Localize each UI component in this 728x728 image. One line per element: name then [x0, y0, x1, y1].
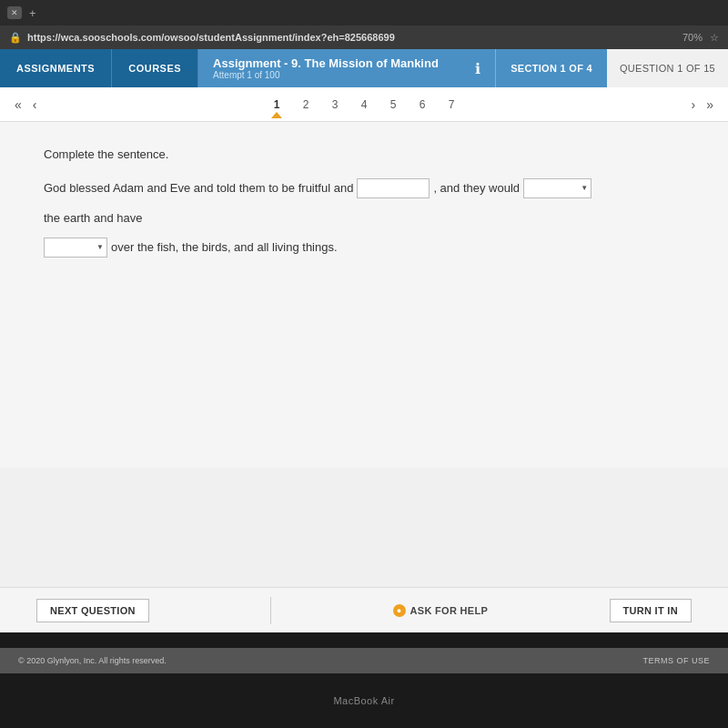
pagination-left-controls: « ‹: [11, 96, 40, 114]
text-part1: God blessed Adam and Eve and told them t…: [44, 176, 353, 202]
bookmark-icon[interactable]: ☆: [710, 32, 719, 44]
page-3[interactable]: 3: [320, 91, 349, 118]
content-body: Complete the sentence. God blessed Adam …: [0, 122, 728, 468]
prev-page-button[interactable]: ‹: [29, 96, 41, 114]
pagination-bar: « ‹ 1 2 3 4 5 6 7 › »: [0, 87, 728, 122]
last-page-button[interactable]: »: [703, 96, 717, 114]
zoom-level: 70%: [682, 32, 703, 43]
assignment-title: Assignment - 9. The Mission of Mankind: [213, 56, 446, 70]
info-icon: ℹ: [475, 60, 480, 77]
active-page-indicator: [271, 112, 282, 118]
terms-of-use-link[interactable]: TERMS OF USE: [642, 656, 710, 665]
nav-courses-link[interactable]: COURSES: [112, 49, 198, 87]
text-part4: over the fish, the birds, and all living…: [111, 235, 338, 261]
macbook-label: MacBook Air: [333, 695, 394, 706]
dropdown-arrow-2: ▼: [96, 240, 104, 257]
ask-label: ASK FOR HELP: [410, 605, 489, 616]
dropdown-arrow-1: ▼: [581, 181, 588, 197]
close-tab-icon[interactable]: ✕: [7, 6, 22, 19]
top-nav: ASSIGNMENTS COURSES Assignment - 9. The …: [0, 49, 728, 87]
page-5[interactable]: 5: [379, 91, 408, 118]
copyright-text: © 2020 Glynlyon, Inc. All rights reserve…: [18, 656, 167, 665]
address-bar: 🔒 https://wca.sooschools.com/owsoo/stude…: [0, 25, 728, 49]
text-part3: the earth and have: [44, 206, 142, 232]
sentence-line-2: ▼ over the fish, the birds, and all livi…: [44, 235, 684, 261]
next-page-button[interactable]: ›: [688, 96, 700, 114]
nav-assignments-link[interactable]: ASSIGNMENTS: [0, 49, 112, 87]
ask-for-help-button[interactable]: ● ASK FOR HELP: [393, 604, 489, 617]
page-1[interactable]: 1: [262, 91, 291, 118]
lock-icon: 🔒: [9, 32, 22, 44]
page-7[interactable]: 7: [437, 91, 466, 118]
ask-icon: ●: [393, 604, 406, 617]
page-4[interactable]: 4: [349, 91, 379, 118]
blank-dropdown-1[interactable]: ▼: [523, 178, 592, 198]
text-part2: , and they would: [433, 176, 520, 202]
blank-dropdown-2[interactable]: ▼: [44, 238, 107, 258]
footer: © 2020 Glynlyon, Inc. All rights reserve…: [0, 648, 728, 673]
blank-input-1[interactable]: [357, 178, 430, 198]
taskbar: MacBook Air: [0, 673, 728, 728]
sentence-area: God blessed Adam and Eve and told them t…: [44, 176, 684, 261]
pagination-right-controls: › »: [688, 96, 717, 114]
app-container: ASSIGNMENTS COURSES Assignment - 9. The …: [0, 49, 728, 632]
assignment-title-area: Assignment - 9. The Mission of Mankind A…: [198, 49, 460, 87]
divider: [270, 597, 271, 624]
bottom-action-bar: NEXT QUESTION ● ASK FOR HELP TURN IT IN: [0, 587, 728, 632]
browser-bar: ✕ +: [0, 0, 728, 25]
attempt-label: Attempt 1 of 100: [213, 70, 446, 80]
section-indicator: SECTION 1 of 4: [496, 49, 607, 87]
page-6[interactable]: 6: [408, 91, 437, 118]
first-page-button[interactable]: «: [11, 96, 25, 114]
turn-in-button[interactable]: TURN IT IN: [610, 599, 692, 622]
question-indicator: QUESTION 1 of 15: [607, 49, 728, 87]
info-button[interactable]: ℹ: [460, 49, 496, 87]
add-tab-icon[interactable]: +: [29, 6, 36, 20]
next-question-button[interactable]: NEXT QUESTION: [36, 599, 149, 622]
question-instruction: Complete the sentence.: [44, 147, 684, 161]
page-2[interactable]: 2: [291, 91, 320, 118]
sentence-line-1: God blessed Adam and Eve and told them t…: [44, 176, 684, 231]
url-display[interactable]: https://wca.sooschools.com/owsoo/student…: [27, 32, 677, 43]
page-numbers: 1 2 3 4 5 6 7: [244, 91, 484, 118]
browser-controls: 70% ☆: [682, 32, 719, 44]
